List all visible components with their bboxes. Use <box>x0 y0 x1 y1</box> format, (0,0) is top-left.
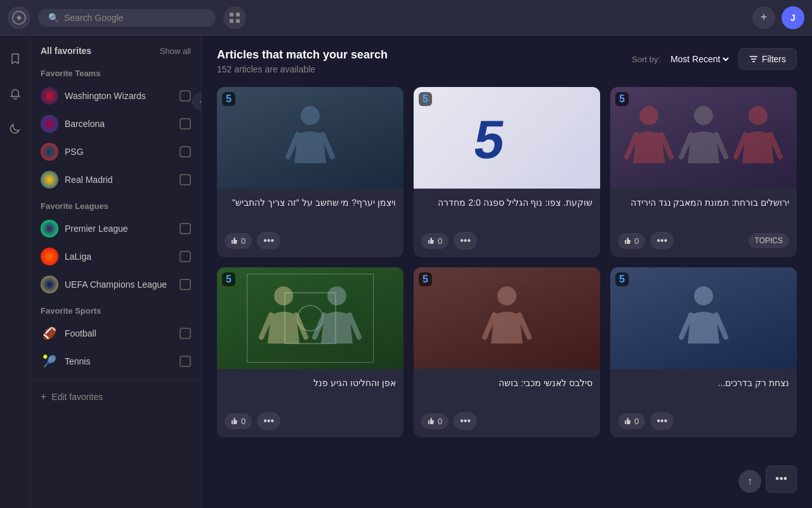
more-button-art4[interactable]: ••• <box>257 412 280 430</box>
sidebar-item-football[interactable]: 🏈 Football <box>30 319 201 347</box>
sidebar-item-real-madrid[interactable]: Real Madrid <box>30 166 201 194</box>
article-badge-art4: 5 <box>222 272 235 286</box>
show-all-link[interactable]: Show all <box>160 46 191 56</box>
sidebar-item-tennis[interactable]: 🎾 Tennis <box>30 347 201 375</box>
article-title-art4: אפן והחליטו הגיע פנל <box>225 377 396 404</box>
user-avatar[interactable]: J <box>782 6 804 29</box>
washington-wizards-label: Washington Wizards <box>65 91 173 101</box>
sidebar-item-premier-league[interactable]: Premier League <box>30 215 201 243</box>
all-favorites-label: All favorites <box>41 46 91 56</box>
icon-rail <box>0 36 30 508</box>
sidebar-item-barcelona[interactable]: Barcelona <box>30 110 201 138</box>
article-body-art5: סילבס לאנשי מכבי: בושה 0 ••• <box>414 369 600 438</box>
more-button-art1[interactable]: ••• <box>257 232 280 250</box>
article-body-art2: שוקעת. צפו: נוף הגליל ספגה 2:0 מחדרה 0 •… <box>414 189 600 257</box>
article-body-art4: אפן והחליטו הגיע פנל 0 ••• <box>217 369 403 438</box>
laliga-checkbox[interactable] <box>180 251 191 262</box>
sidebar-header: All favorites Show all <box>30 36 201 61</box>
svg-point-19 <box>694 286 713 305</box>
article-title-art1: ויצמן יערף? מי שחשב על "זה צריך להתביש" <box>225 196 396 224</box>
app-logo[interactable] <box>8 6 30 29</box>
psg-checkbox[interactable] <box>180 146 191 157</box>
favorite-leagues-section-title: Favorite Leagues <box>30 194 201 215</box>
premier-league-checkbox[interactable] <box>180 223 191 234</box>
washington-wizards-checkbox[interactable] <box>180 90 191 102</box>
real-madrid-logo <box>41 171 58 189</box>
chat-button[interactable]: ••• <box>766 465 797 493</box>
svg-point-11 <box>694 106 713 125</box>
tennis-label: Tennis <box>65 356 173 366</box>
article-body-art6: נצחת רק בדרכים... 0 ••• <box>610 369 797 438</box>
sidebar-item-laliga[interactable]: LaLiga <box>30 243 201 271</box>
svg-text:5: 5 <box>475 112 509 163</box>
sidebar-item-psg[interactable]: PSG <box>30 138 201 166</box>
add-button[interactable]: + <box>752 6 775 29</box>
tennis-icon: 🎾 <box>41 352 58 370</box>
article-card-art5[interactable]: 5 סילבס לאנשי מכבי: בושה 0 ••• <box>414 267 600 438</box>
svg-point-8 <box>301 106 320 125</box>
edit-favorites-label: Edit favorites <box>51 392 103 402</box>
article-actions-art1: 0 ••• <box>225 232 396 250</box>
real-madrid-checkbox[interactable] <box>180 174 191 185</box>
article-actions-art4: 0 ••• <box>225 412 396 430</box>
more-button-art5[interactable]: ••• <box>454 412 477 430</box>
sidebar-item-washington-wizards[interactable]: Washington Wizards <box>30 82 201 110</box>
vote-button-art1[interactable]: 0 <box>225 233 252 249</box>
svg-rect-3 <box>230 19 233 23</box>
svg-point-12 <box>749 106 768 125</box>
vote-button-art6[interactable]: 0 <box>618 413 645 429</box>
sidebar-item-ucl[interactable]: UEFA Champions League <box>30 271 201 298</box>
bookmark-icon[interactable] <box>5 48 25 69</box>
articles-title: Articles that match your search <box>217 48 388 62</box>
search-bar[interactable]: 🔍 <box>38 9 216 27</box>
article-title-art3: ירושלים בורחת: תמונת המאבק נגד הירידה <box>618 196 789 224</box>
ucl-checkbox[interactable] <box>180 279 191 290</box>
svg-rect-4 <box>236 19 240 23</box>
thumbs-up-icon <box>624 237 632 244</box>
favorite-teams-section-title: Favorite Teams <box>30 61 201 82</box>
filters-button[interactable]: Filters <box>738 48 797 70</box>
article-image-art3: 5 <box>610 87 797 189</box>
article-actions-art5: 0 ••• <box>421 412 593 430</box>
topics-button-art3[interactable]: TOPICS <box>749 233 789 248</box>
svg-rect-2 <box>236 13 240 17</box>
barcelona-checkbox[interactable] <box>180 118 191 130</box>
content-heading: Articles that match your search 152 arti… <box>217 48 388 74</box>
article-card-art2[interactable]: 5 5 שוקעת. צפו: נוף הגליל ספגה 2:0 מחדרה… <box>414 87 600 257</box>
bell-icon[interactable] <box>5 84 25 104</box>
edit-favorites-plus-icon: + <box>41 391 46 403</box>
scroll-top-button[interactable]: ↑ <box>738 470 761 493</box>
more-button-art3[interactable]: ••• <box>650 232 674 250</box>
article-title-art5: סילבס לאנשי מכבי: בושה <box>421 377 593 404</box>
football-checkbox[interactable] <box>180 328 191 339</box>
sort-select[interactable]: Most Recent <box>668 53 731 65</box>
vote-button-art2[interactable]: 0 <box>421 233 449 249</box>
grid-apps-button[interactable] <box>223 6 246 29</box>
favorite-sports-section-title: Favorite Sports <box>30 298 201 319</box>
tennis-checkbox[interactable] <box>180 356 191 367</box>
topbar-right: + J <box>752 6 804 29</box>
more-button-art6[interactable]: ••• <box>650 412 674 430</box>
content-controls: Sort by: Most Recent Filters <box>632 48 797 70</box>
article-card-art4[interactable]: 5 אפן והחליטו הגיע פנל 0 ••• <box>217 267 403 438</box>
thumbs-up-icon <box>428 417 435 425</box>
barcelona-label: Barcelona <box>65 119 173 129</box>
more-button-art2[interactable]: ••• <box>454 232 477 250</box>
article-image-art1: 5 <box>217 87 403 189</box>
search-input[interactable] <box>64 13 206 23</box>
moon-icon[interactable] <box>5 119 25 140</box>
article-card-art3[interactable]: 5 ירושלים בורחת: תמונת המאבק נגד הירידה … <box>610 87 797 257</box>
washington-wizards-logo <box>41 87 58 105</box>
article-card-art1[interactable]: 5 ויצמן יערף? מי שחשב על "זה צריך להתביש… <box>217 87 403 257</box>
thumbs-up-icon <box>231 237 239 244</box>
vote-button-art3[interactable]: 0 <box>618 233 645 249</box>
article-badge-art5: 5 <box>419 272 432 286</box>
article-card-art6[interactable]: 5 נצחת רק בדרכים... 0 ••• <box>610 267 797 438</box>
leagues-list: Premier League LaLiga UEFA Champions Lea… <box>30 215 201 298</box>
edit-favorites-button[interactable]: + Edit favorites <box>30 380 201 413</box>
topbar: 🔍 + J <box>0 0 812 36</box>
vote-button-art4[interactable]: 0 <box>225 413 252 429</box>
svg-point-18 <box>497 286 516 305</box>
article-image-art4: 5 <box>217 267 403 369</box>
vote-button-art5[interactable]: 0 <box>421 413 449 429</box>
